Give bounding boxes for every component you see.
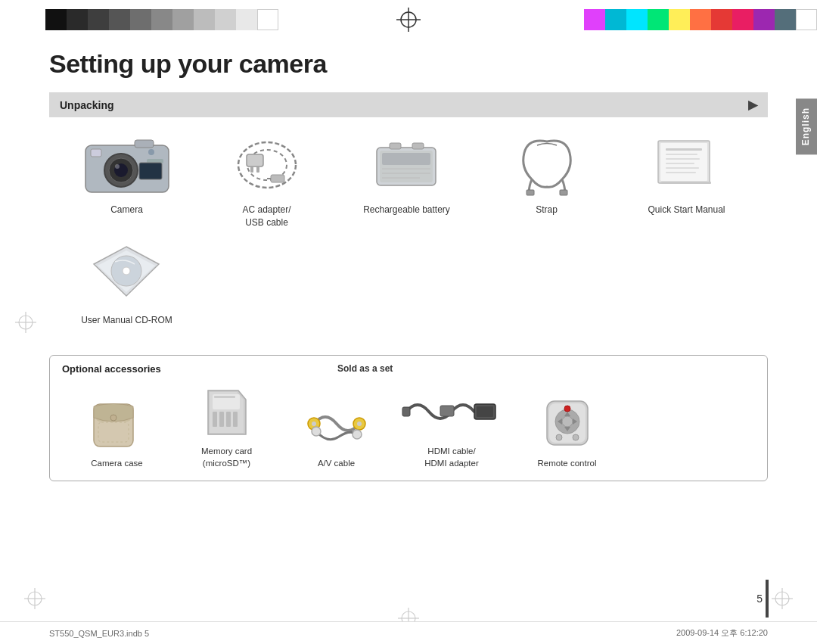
av-cable-image bbox=[295, 393, 378, 453]
color-swatch bbox=[236, 9, 257, 30]
svg-rect-33 bbox=[666, 154, 697, 155]
cd-rom-label: User Manual CD-ROM bbox=[81, 314, 172, 327]
svg-rect-22 bbox=[412, 143, 424, 149]
camera-image bbox=[78, 131, 176, 199]
quick-start-manual-label: Quick Start Manual bbox=[648, 204, 725, 216]
svg-rect-28 bbox=[527, 190, 534, 195]
english-tab: English bbox=[796, 98, 817, 154]
color-swatch bbox=[605, 9, 626, 30]
svg-rect-21 bbox=[390, 143, 401, 149]
registration-mark-bottom-right bbox=[770, 586, 794, 611]
color-swatch bbox=[648, 9, 669, 30]
registration-mark-top bbox=[395, 6, 422, 33]
svg-point-46 bbox=[110, 415, 116, 421]
svg-point-73 bbox=[564, 406, 570, 412]
item-strap: Strap bbox=[477, 131, 617, 229]
camera-label: Camera bbox=[110, 204, 143, 216]
item-ac-adapter: AC adapter/USB cable bbox=[197, 131, 337, 229]
svg-point-75 bbox=[573, 434, 579, 440]
memory-card-image bbox=[185, 381, 269, 441]
item-battery: Rechargeable battery bbox=[337, 131, 477, 229]
svg-rect-16 bbox=[250, 166, 253, 173]
bottom-right-text: 2009-09-14 오후 6:12:20 bbox=[676, 627, 768, 639]
opt-item-memory-card: Memory card(microSD™) bbox=[172, 381, 281, 469]
registration-mark-left bbox=[14, 310, 38, 334]
unpacking-section-header: Unpacking ▶ bbox=[49, 92, 768, 117]
battery-image bbox=[358, 131, 456, 199]
color-swatch bbox=[109, 9, 130, 30]
svg-point-59 bbox=[312, 427, 321, 436]
main-content: Setting up your camera Unpacking ▶ bbox=[49, 49, 768, 614]
svg-rect-34 bbox=[666, 158, 700, 160]
item-quick-start-manual: Quick Start Manual bbox=[617, 131, 756, 229]
av-cable-label: A/V cable bbox=[318, 457, 355, 469]
bottom-left-text: ST550_QSM_EUR3.indb 5 bbox=[49, 629, 149, 638]
svg-rect-37 bbox=[666, 172, 696, 173]
svg-point-60 bbox=[353, 430, 362, 439]
color-swatch bbox=[130, 9, 151, 30]
item-camera: Camera bbox=[57, 131, 197, 229]
svg-rect-18 bbox=[271, 175, 284, 182]
color-swatch bbox=[753, 9, 775, 30]
strap-label: Strap bbox=[536, 204, 558, 216]
svg-rect-63 bbox=[440, 406, 454, 416]
svg-rect-9 bbox=[91, 149, 101, 157]
opt-item-remote: Remote control bbox=[512, 393, 622, 469]
page-title: Setting up your camera bbox=[49, 49, 768, 79]
svg-rect-49 bbox=[213, 412, 217, 427]
bottom-bar: ST550_QSM_EUR3.indb 5 2009-09-14 오후 6:12… bbox=[0, 621, 817, 644]
svg-rect-36 bbox=[666, 167, 699, 169]
unpacking-label: Unpacking bbox=[60, 99, 114, 111]
color-swatch bbox=[669, 9, 690, 30]
sold-as-set-label: Sold as a set bbox=[337, 363, 393, 374]
ac-adapter-image bbox=[218, 131, 316, 199]
memory-card-label: Memory card(microSD™) bbox=[201, 445, 252, 469]
svg-rect-15 bbox=[247, 154, 263, 166]
item-cd-rom: User Manual CD-ROM bbox=[57, 241, 197, 327]
svg-rect-12 bbox=[139, 163, 162, 179]
grayscale-strip bbox=[45, 9, 278, 30]
svg-rect-54 bbox=[214, 396, 235, 398]
remote-image bbox=[526, 393, 609, 453]
svg-point-68 bbox=[562, 416, 573, 427]
svg-point-74 bbox=[556, 434, 562, 440]
color-swatch bbox=[45, 9, 67, 30]
color-swatch bbox=[690, 9, 711, 30]
svg-point-56 bbox=[312, 422, 316, 426]
color-swatch bbox=[626, 9, 648, 30]
color-swatch bbox=[775, 9, 796, 30]
ac-adapter-label: AC adapter/USB cable bbox=[242, 204, 290, 229]
opt-item-camera-case: Camera case bbox=[62, 393, 172, 469]
color-swatch bbox=[257, 9, 278, 30]
svg-rect-38 bbox=[661, 182, 711, 184]
color-swatch bbox=[584, 9, 605, 30]
svg-rect-8 bbox=[135, 140, 154, 148]
optional-accessories-box: Optional accessories Sold as a set bbox=[49, 355, 768, 481]
opt-item-av-cable: A/V cable bbox=[281, 393, 391, 469]
section-arrow-icon: ▶ bbox=[748, 98, 757, 112]
optional-items-grid: Camera case bbox=[62, 381, 755, 469]
svg-point-7 bbox=[115, 164, 120, 169]
unpacking-items-grid: Camera AC adapter/USB cab bbox=[49, 131, 768, 338]
color-swatch bbox=[88, 9, 109, 30]
page-number: 5 bbox=[756, 593, 763, 605]
color-swatch bbox=[194, 9, 215, 30]
cd-rom-image bbox=[78, 241, 176, 310]
svg-point-58 bbox=[357, 422, 362, 426]
camera-case-image bbox=[76, 393, 159, 453]
color-swatch bbox=[67, 9, 88, 30]
svg-rect-24 bbox=[382, 153, 430, 165]
color-swatch bbox=[172, 9, 194, 30]
battery-label: Rechargeable battery bbox=[363, 204, 450, 216]
svg-point-10 bbox=[148, 149, 154, 155]
camera-case-label: Camera case bbox=[91, 457, 142, 469]
color-swatch bbox=[711, 9, 732, 30]
svg-point-42 bbox=[123, 267, 130, 275]
color-swatch bbox=[151, 9, 172, 30]
hdmi-image bbox=[399, 381, 505, 441]
page-number-bar bbox=[766, 580, 769, 618]
svg-rect-50 bbox=[219, 412, 224, 427]
svg-rect-62 bbox=[477, 406, 493, 417]
color-strip-right bbox=[584, 9, 817, 30]
svg-rect-51 bbox=[226, 412, 231, 427]
